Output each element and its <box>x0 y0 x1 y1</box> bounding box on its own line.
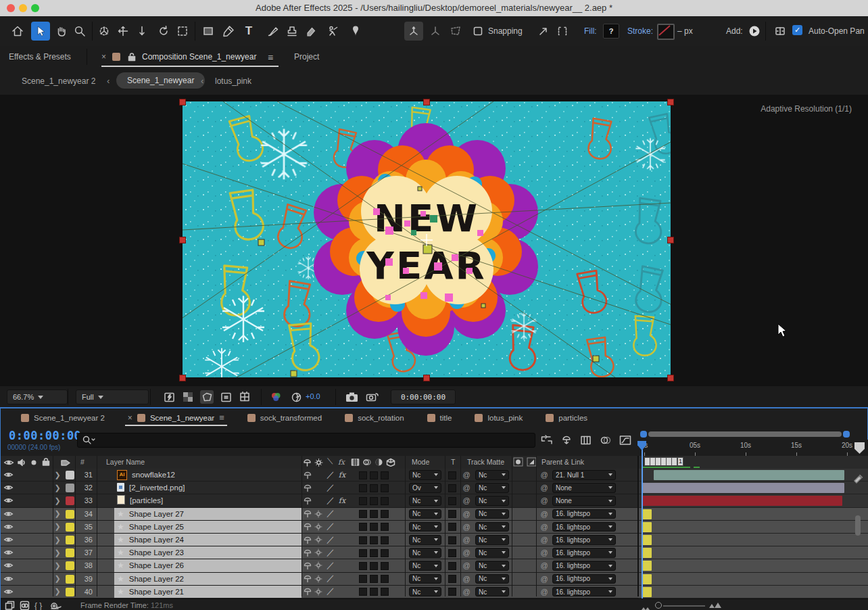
fast-previews-icon[interactable] <box>162 390 176 404</box>
timeline-tab[interactable]: particles <box>546 408 587 427</box>
switch-box[interactable] <box>370 510 378 518</box>
expand-layer-arrow[interactable]: ❯ <box>53 482 62 494</box>
quality-toggle[interactable]: ／ <box>327 546 335 559</box>
auto-open-label[interactable]: Auto-Open Pan <box>809 26 865 36</box>
axis-mode-view-tool[interactable] <box>446 22 465 41</box>
shy-toggle[interactable] <box>303 508 312 520</box>
layer-duration-bar[interactable] <box>642 509 652 519</box>
layer-duration-bar[interactable] <box>642 522 652 532</box>
layer-duration-bar[interactable] <box>642 561 652 571</box>
close-tab-icon[interactable]: × <box>128 413 132 423</box>
selection-handle[interactable] <box>667 99 674 105</box>
switch-box[interactable] <box>370 497 378 505</box>
switch-box[interactable] <box>381 549 389 557</box>
layer-name-cell[interactable]: ★Shape Layer 27 <box>114 508 302 520</box>
collapse-transformations-toggle[interactable] <box>314 534 322 546</box>
adjustment-column-icon[interactable] <box>375 458 383 467</box>
collapse-transformations-toggle[interactable] <box>314 508 322 520</box>
graph-editor-icon[interactable] <box>619 434 632 446</box>
switch-box[interactable] <box>370 484 378 492</box>
mask-visibility-icon[interactable] <box>219 390 233 404</box>
layer-visibility-toggle[interactable] <box>2 534 14 546</box>
collapse-transformations-toggle[interactable] <box>314 559 322 571</box>
quality-toggle[interactable]: ／ <box>327 494 335 507</box>
parent-dropdown[interactable]: 16. lightspo <box>552 509 616 519</box>
composition-miniflow-icon[interactable] <box>540 434 554 446</box>
playhead-line[interactable] <box>642 441 643 599</box>
parent-dropdown[interactable]: None <box>552 483 616 493</box>
blend-mode-dropdown[interactable]: Nc <box>409 574 441 584</box>
blend-mode-dropdown[interactable]: Ov <box>409 483 441 493</box>
shy-toggle[interactable] <box>303 573 312 585</box>
performance-snail-icon[interactable] <box>49 601 62 610</box>
snap-features-icon[interactable] <box>553 22 572 41</box>
track-matte-dropdown[interactable]: Nc <box>475 496 509 506</box>
tab-effects-presets[interactable]: Effects & Presets <box>9 52 71 62</box>
region-of-interest-icon[interactable] <box>200 390 214 404</box>
breadcrumb-item[interactable]: Scene_1_newyear 2 <box>22 76 95 86</box>
show-snapshot-icon[interactable] <box>365 390 379 404</box>
auto-open-checkbox[interactable]: ✓ <box>792 25 802 35</box>
snap-edges-icon[interactable] <box>534 22 553 41</box>
timeline-horizontal-scrollbar[interactable] <box>648 431 842 437</box>
label-column-icon[interactable] <box>60 458 71 467</box>
track-matte-dropdown[interactable]: Nc <box>475 470 509 480</box>
layer-name-cell[interactable]: [particles] <box>114 494 302 507</box>
track-matte-pickwhip[interactable]: @ <box>462 534 471 546</box>
layer-label-swatch[interactable] <box>66 561 74 570</box>
type-tool[interactable]: T <box>239 22 258 41</box>
collapse-transformations-toggle[interactable] <box>314 586 322 598</box>
expand-layer-arrow[interactable]: ❯ <box>53 586 62 598</box>
preserve-transparency-box[interactable] <box>448 510 456 518</box>
eraser-tool[interactable] <box>302 22 320 41</box>
shy-toggle[interactable] <box>303 469 312 481</box>
parent-pickwhip[interactable]: @ <box>539 586 549 598</box>
switch-box[interactable] <box>381 562 389 570</box>
parent-dropdown[interactable]: 16. lightspo <box>552 548 616 558</box>
timeline-tab[interactable]: sock_transformed <box>247 408 322 427</box>
timeline-scroll-right-cap[interactable] <box>843 431 850 438</box>
audio-column-icon[interactable] <box>17 458 26 467</box>
pen-tool[interactable] <box>219 22 238 41</box>
quality-toggle[interactable]: ／ <box>327 521 335 533</box>
layer-duration-bar[interactable] <box>642 496 842 506</box>
layer-visibility-toggle[interactable] <box>2 559 14 571</box>
expand-layer-arrow[interactable]: ❯ <box>53 521 62 533</box>
switch-box[interactable] <box>381 484 389 492</box>
selection-handle[interactable] <box>667 375 674 381</box>
layer-duration-bar[interactable] <box>642 535 652 545</box>
track-matte-dropdown[interactable]: Nc <box>475 483 509 493</box>
orbit-camera-tool[interactable] <box>95 22 114 41</box>
fx-toggle[interactable]: fx <box>337 469 347 481</box>
switch-box[interactable] <box>359 497 367 505</box>
switch-box[interactable] <box>381 536 389 544</box>
blend-mode-dropdown[interactable]: Nc <box>409 587 441 597</box>
layer-track[interactable] <box>638 494 868 507</box>
layer-track[interactable] <box>638 586 868 599</box>
parent-dropdown[interactable]: 16. lightspo <box>552 522 616 532</box>
hand-tool[interactable] <box>51 22 70 41</box>
preserve-transparency-box[interactable] <box>448 484 456 492</box>
pan-camera-tool[interactable] <box>114 22 132 41</box>
viewer-timecode[interactable]: 0:00:00:00 <box>391 390 456 404</box>
shy-toggle[interactable] <box>303 586 312 598</box>
grid-guides-icon[interactable] <box>238 390 251 404</box>
frame-blend-column-icon[interactable] <box>351 458 360 467</box>
parent-pickwhip[interactable]: @ <box>539 559 549 571</box>
timeline-tab[interactable]: ×Scene_1_newyear≡ <box>128 408 224 427</box>
track-matte-dropdown[interactable]: Nc <box>475 509 509 519</box>
timeline-tab[interactable]: sock_rotation <box>345 408 404 427</box>
parent-pickwhip[interactable]: @ <box>539 508 549 520</box>
layer-name-cell[interactable]: ★Shape Layer 25 <box>114 521 302 533</box>
track-matte-pickwhip[interactable]: @ <box>462 546 471 559</box>
blend-mode-dropdown[interactable]: Nc <box>409 509 441 519</box>
track-matte-pickwhip[interactable]: @ <box>462 559 471 571</box>
layer-visibility-toggle[interactable] <box>2 494 14 507</box>
layer-label-swatch[interactable] <box>66 548 74 557</box>
parent-pickwhip[interactable]: @ <box>539 469 549 481</box>
zoom-tool[interactable] <box>70 22 89 41</box>
fx-column-icon[interactable]: fx <box>338 458 345 466</box>
layer-search-input[interactable] <box>77 433 535 448</box>
snapping-checkbox[interactable] <box>472 22 484 41</box>
layer-label-swatch[interactable] <box>66 484 74 492</box>
